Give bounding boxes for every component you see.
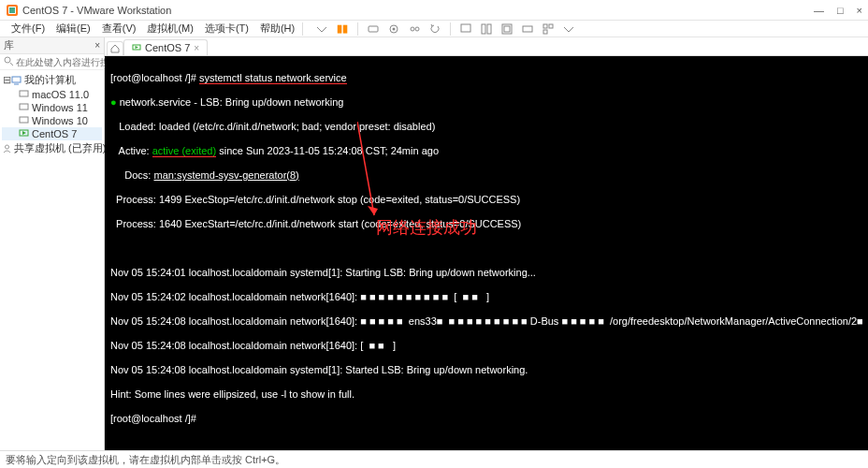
tree-shared-vms[interactable]: 共享虚拟机 (已弃用) [2,140,102,156]
prompt: [root@localhost /]# [110,72,199,83]
power-dropdown-button[interactable] [314,22,329,37]
log-line: Nov 05 15:24:08 localhost.localdomain ne… [110,340,863,352]
snapshot-manager-button[interactable] [407,22,422,37]
tree-twisty-icon[interactable]: ⊟ [2,74,11,86]
tab-centos7[interactable]: CentOS 7 × [123,39,208,55]
title-bar: CentOS 7 - VMware Workstation — □ × [0,0,868,21]
terminal-console[interactable]: [root@localhost /]# systemctl status net… [105,56,868,450]
close-button[interactable]: × [857,5,862,16]
svg-rect-3 [369,26,378,32]
sidebar-search: ▾ [0,54,104,70]
stretch-button[interactable] [520,22,535,37]
thumbnail-dropdown-button[interactable] [561,22,576,37]
snapshot-button[interactable] [386,22,401,37]
menu-help[interactable]: 帮助(H) [254,22,300,36]
svg-point-17 [5,57,10,63]
svg-rect-2 [9,7,15,13]
process-line: Process: 1640 ExecStart=/etc/rc.d/init.d… [110,218,863,230]
tree-item-centos7[interactable]: CentOS 7 [2,127,102,140]
svg-point-6 [411,27,414,31]
minimize-button[interactable]: — [814,5,824,16]
window-title: CentOS 7 - VMware Workstation [22,5,171,16]
library-sidebar: 库 × ▾ ⊟ 我的计算机 macOS 11.0 Windows 11 [0,37,105,450]
log-line: Nov 05 15:24:08 localhost.localdomain ne… [110,315,863,328]
menu-edit[interactable]: 编辑(E) [51,22,96,36]
svg-marker-30 [368,206,378,215]
send-ctrl-alt-del-button[interactable] [366,22,381,37]
hint-line: Hint: Some lines were ellipsized, use -l… [110,388,863,401]
loaded-line: Loaded: loaded (/etc/rc.d/init.d/network… [110,121,863,133]
tree-item-macos[interactable]: macOS 11.0 [2,88,102,101]
maximize-button[interactable]: □ [837,5,844,16]
svg-rect-22 [20,104,28,110]
menu-bar: 文件(F) 编辑(E) 查看(V) 虚拟机(M) 选项卡(T) 帮助(H) ▮▮ [0,21,868,37]
command-text: systemctl status network.service [199,72,347,84]
main-area: CentOS 7 × [root@localhost /]# systemctl… [105,37,868,450]
annotation-label: 网络连接成功 [376,222,477,234]
tree-item-win10[interactable]: Windows 10 [2,114,102,127]
menu-file[interactable]: 文件(F) [6,22,51,36]
status-bullet: ● [110,96,120,108]
tab-close-button[interactable]: × [194,43,199,53]
svg-marker-25 [22,131,26,135]
search-icon [4,56,14,67]
svg-point-5 [393,27,396,30]
vm-icon [19,115,30,126]
vm-running-icon [19,128,30,139]
library-tree: ⊟ 我的计算机 macOS 11.0 Windows 11 Windows 10… [0,70,104,158]
tab-home[interactable] [107,41,123,55]
menu-vm[interactable]: 虚拟机(M) [141,22,199,36]
vm-icon [19,89,30,100]
sidebar-title: 库 [4,38,14,52]
svg-rect-19 [12,77,21,82]
log-line: Nov 05 15:24:01 localhost.localdomain sy… [110,267,863,279]
prompt-line: [root@localhost /]# [110,413,863,425]
svg-rect-16 [543,30,547,34]
svg-point-26 [6,145,9,149]
pause-button[interactable]: ▮▮ [335,22,350,37]
svg-point-7 [415,27,419,31]
svg-rect-12 [504,26,510,32]
svg-rect-8 [461,24,470,32]
svg-rect-10 [487,24,491,34]
svg-rect-21 [20,91,28,96]
svg-rect-15 [549,24,553,28]
home-icon [110,44,120,53]
svg-rect-23 [20,117,28,123]
active-status: active (exited) [152,145,216,157]
vm-icon [19,102,30,113]
service-header: network.service - LSB: Bring up/down net… [120,96,344,108]
svg-line-18 [10,63,13,66]
sidebar-close-button[interactable]: × [94,40,100,51]
docs-link: man:systemd-sysv-generator(8) [153,169,298,181]
tab-label: CentOS 7 [145,42,190,53]
status-bar: 要将输入定向到该虚拟机，请在虚拟机内部单击或按 Ctrl+G。 [0,450,868,468]
thumbnail-bar-button[interactable] [541,22,556,37]
toolbar: ▮▮ [314,22,576,37]
tree-item-win11[interactable]: Windows 11 [2,101,102,114]
vmware-app-icon [6,4,19,17]
svg-marker-28 [136,46,139,49]
menu-view[interactable]: 查看(V) [96,22,142,36]
shared-icon [2,143,12,154]
svg-rect-13 [523,26,532,32]
vm-running-icon [132,43,141,52]
svg-rect-14 [543,24,547,28]
console-view-button[interactable] [458,22,473,37]
menu-tabs[interactable]: 选项卡(T) [199,22,254,36]
unity-button[interactable] [479,22,494,37]
process-line: Process: 1499 ExecStop=/etc/rc.d/init.d/… [110,194,863,206]
fullscreen-button[interactable] [499,22,514,37]
log-line: Nov 05 15:24:08 localhost.localdomain sy… [110,364,863,376]
revert-button[interactable] [427,22,442,37]
log-line: Nov 05 15:24:02 localhost.localdomain ne… [110,291,863,303]
sidebar-header: 库 × [0,37,104,54]
tree-root-my-computer[interactable]: ⊟ 我的计算机 [2,72,102,88]
status-text: 要将输入定向到该虚拟机，请在虚拟机内部单击或按 Ctrl+G。 [6,453,285,467]
tab-bar: CentOS 7 × [105,37,868,56]
svg-rect-9 [482,24,485,34]
computer-icon [11,75,22,86]
